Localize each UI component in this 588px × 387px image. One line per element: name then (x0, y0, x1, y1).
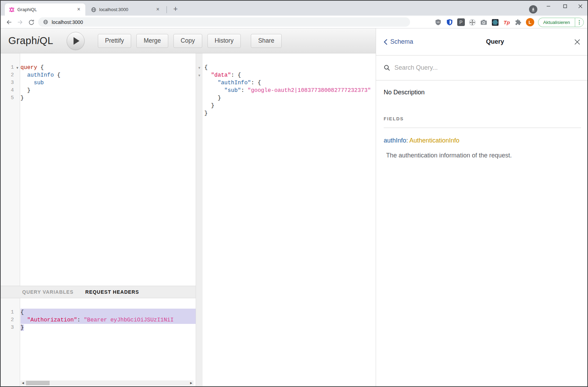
doc-search-row (376, 55, 588, 80)
fold-arrow-icon[interactable]: ▾ (196, 64, 203, 71)
browser-window: GraphiQL × localhost:3000 × + (0, 0, 588, 387)
code-line: { (204, 64, 376, 71)
bitwarden-extension-icon[interactable] (446, 18, 453, 26)
code-line: "sub": "google-oauth2|108377380082777232… (204, 87, 376, 94)
headers-editor-gutter: 1 2 3 (1, 298, 20, 387)
code-line[interactable]: } (20, 94, 196, 102)
update-chrome-button[interactable]: Aktualisieren (538, 18, 575, 27)
tp-extension-icon[interactable]: Tp (503, 18, 511, 26)
code-line: "authInfo": { (204, 79, 376, 87)
history-button[interactable]: History (207, 34, 241, 48)
tab-strip: GraphiQL × localhost:3000 × + (1, 1, 587, 16)
search-icon (384, 64, 390, 71)
crosshair-extension-icon[interactable] (469, 18, 476, 26)
execute-query-button[interactable] (67, 32, 85, 50)
forward-button[interactable] (15, 17, 25, 27)
result-json: { "data": { "authInfo": { "sub": "google… (204, 53, 376, 387)
tab-close-icon[interactable]: × (155, 7, 161, 13)
camera-extension-icon[interactable] (480, 18, 488, 26)
tab-request-headers[interactable]: REQUEST HEADERS (85, 289, 139, 295)
download-indicator-icon[interactable] (529, 5, 537, 14)
tab-graphiql[interactable]: GraphiQL × (5, 3, 85, 16)
browser-menu-icon[interactable]: ⋮ (575, 18, 584, 27)
fold-arrow-icon[interactable]: ▾ (15, 64, 20, 71)
code-line: } (204, 94, 376, 102)
site-globe-icon (43, 19, 48, 25)
field-description: The authentication information of the re… (384, 152, 581, 159)
query-code[interactable]: query { authInfo { sub } } (20, 53, 196, 286)
new-tab-button[interactable]: + (171, 5, 180, 14)
url-text: localhost:3000 (52, 19, 83, 25)
doc-explorer: Schema Query No Description FIELDS authI… (376, 28, 588, 387)
graphiql-logo: GraphiQL (8, 35, 53, 46)
window-close-button[interactable] (572, 1, 588, 12)
minimize-button[interactable] (540, 1, 556, 12)
code-line[interactable]: sub (20, 79, 196, 87)
query-editor[interactable]: 1 2 3 4 5 ▾ query { authInfo { sub } } (1, 53, 196, 286)
scrollbar-thumb[interactable] (26, 381, 50, 385)
code-line[interactable]: } (20, 324, 196, 332)
extensions-puzzle-icon[interactable] (514, 18, 522, 26)
tab-localhost[interactable]: localhost:3000 × (87, 3, 164, 16)
doc-explorer-header: Schema Query (376, 28, 588, 55)
ublock-extension-icon[interactable]: UO (434, 18, 442, 26)
doc-body: No Description FIELDS authInfo: Authenti… (376, 80, 588, 159)
graphiql-topbar: GraphiQL Prettify Merge Copy History Sha… (1, 28, 376, 53)
back-button[interactable] (4, 17, 14, 27)
tab-title: localhost:3000 (99, 7, 152, 12)
code-line[interactable]: "Authorization": "Bearer eyJhbGciOiJSUzI… (20, 316, 196, 324)
code-line[interactable]: query { (20, 64, 196, 71)
fields-heading: FIELDS (384, 116, 581, 121)
scroll-right-icon[interactable]: ▶ (189, 380, 194, 386)
result-fold-gutter: ▾ ▾ (196, 53, 203, 387)
copy-button[interactable]: Copy (173, 34, 202, 48)
code-line[interactable]: authInfo { (20, 71, 196, 79)
field-row: authInfo: AuthenticationInfo (384, 137, 581, 144)
tab-query-variables[interactable]: QUERY VARIABLES (22, 289, 74, 295)
chevron-left-icon (384, 39, 387, 45)
reload-button[interactable] (26, 17, 36, 27)
type-description: No Description (384, 89, 581, 96)
share-button[interactable]: Share (251, 34, 282, 48)
tab-title: GraphiQL (17, 7, 73, 12)
profile-avatar[interactable]: L (526, 18, 534, 26)
code-line: } (204, 102, 376, 110)
address-bar[interactable]: localhost:3000 (38, 17, 410, 27)
doc-close-icon[interactable] (573, 38, 581, 46)
fold-arrow-icon[interactable]: ▾ (196, 71, 203, 79)
react-devtools-extension-icon[interactable] (492, 18, 499, 26)
code-line[interactable]: { (20, 309, 196, 316)
scroll-left-icon[interactable]: ◀ (20, 380, 25, 386)
code-line: "data": { (204, 71, 376, 79)
extensions-row: UO P (434, 17, 584, 27)
p-extension-icon[interactable]: P (457, 18, 465, 26)
fields-divider (384, 128, 581, 128)
scrollbar-track[interactable] (25, 380, 189, 386)
svg-text:UO: UO (436, 21, 440, 23)
tab-close-icon[interactable]: × (76, 7, 82, 13)
code-line: } (204, 110, 376, 117)
browser-toolbar: localhost:3000 UO P (1, 16, 587, 28)
doc-search-input[interactable] (394, 64, 581, 71)
doc-title: Query (392, 38, 573, 45)
horizontal-scrollbar[interactable]: ◀ ▶ (20, 380, 194, 386)
merge-button[interactable]: Merge (136, 34, 168, 48)
tab-separator (167, 6, 167, 13)
field-name-link[interactable]: authInfo (384, 137, 406, 144)
headers-code[interactable]: { "Authorization": "Bearer eyJhbGciOiJSU… (20, 298, 196, 387)
field-type-link[interactable]: AuthenticationInfo (409, 137, 459, 144)
globe-favicon-icon (91, 7, 96, 12)
maximize-button[interactable] (557, 1, 573, 12)
play-icon (74, 37, 79, 45)
graphql-favicon-icon (9, 7, 15, 12)
query-editor-gutter: 1 2 3 4 5 ▾ (1, 53, 20, 286)
request-headers-editor[interactable]: 1 2 3 { "Authorization": "Bearer eyJhbGc… (1, 298, 196, 387)
result-viewer: ▾ ▾ { "data": { "authInfo": { "sub": "go… (196, 53, 376, 387)
secondary-editor-titlebar: QUERY VARIABLES REQUEST HEADERS (1, 286, 196, 298)
prettify-button[interactable]: Prettify (98, 34, 131, 48)
code-line[interactable]: } (20, 87, 196, 94)
